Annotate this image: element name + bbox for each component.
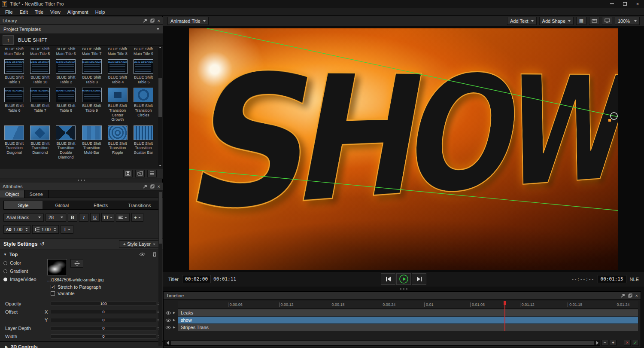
- template-item[interactable]: BLUE Shift Main Title 8: [105, 47, 130, 56]
- playhead[interactable]: [504, 301, 505, 331]
- expand-track-icon[interactable]: ▶: [173, 311, 175, 314]
- delete-layer-icon[interactable]: [152, 252, 157, 257]
- minimize-button[interactable]: [605, 0, 618, 8]
- subtab-effects[interactable]: Effects: [82, 201, 120, 209]
- visibility-eye-icon[interactable]: [165, 326, 171, 330]
- pin-icon[interactable]: [143, 18, 147, 23]
- layer-depth-slider[interactable]: 0: [51, 326, 156, 330]
- duplicate-icon[interactable]: [150, 18, 155, 23]
- zoom-out-button[interactable]: −: [601, 340, 608, 346]
- pin-icon[interactable]: [143, 184, 147, 189]
- duplicate-icon[interactable]: [628, 293, 632, 298]
- scrollbar-thumb[interactable]: [158, 78, 162, 117]
- template-item[interactable]: MAIN HEADINGBLUE Shift Table 6: [2, 88, 27, 122]
- tab-scene[interactable]: Scene: [24, 190, 49, 198]
- save-template-button[interactable]: [123, 170, 133, 177]
- spinner-up-icon[interactable]: [25, 228, 28, 229]
- go-to-start-button[interactable]: [381, 273, 395, 285]
- template-item[interactable]: MAIN HEADINGBLUE Shift Table 9: [79, 88, 104, 122]
- reset-style-icon[interactable]: ↺: [40, 241, 44, 247]
- confirm-button[interactable]: ✓: [632, 340, 639, 346]
- template-item[interactable]: BLUE Shift Transition Ripple: [105, 125, 130, 159]
- cancel-button[interactable]: ×: [624, 340, 631, 346]
- font-family-select[interactable]: Arial Black: [3, 214, 44, 222]
- menu-file[interactable]: File: [2, 9, 16, 15]
- fill-image-thumbnail[interactable]: [47, 259, 67, 275]
- three-d-controls-header[interactable]: ▶ 3D Controls: [0, 341, 163, 348]
- spinner-up-icon[interactable]: [54, 228, 56, 229]
- folder-up-button[interactable]: ↑: [3, 35, 14, 45]
- menu-view[interactable]: View: [47, 9, 64, 15]
- view-options-button[interactable]: [147, 170, 157, 177]
- template-item[interactable]: BLUE Shift Transition Diamond: [27, 125, 52, 159]
- add-shape-button[interactable]: Add Shape: [539, 17, 574, 25]
- add-text-button[interactable]: Add Text: [507, 17, 537, 25]
- current-timecode[interactable]: 00:02;00: [182, 275, 211, 283]
- template-item[interactable]: BLUE Shift Main Title 9: [131, 47, 156, 56]
- zoom-in-button[interactable]: +: [610, 340, 617, 346]
- menu-help[interactable]: Help: [92, 9, 109, 15]
- add-text-attribute-button[interactable]: +: [131, 213, 143, 222]
- close-panel-icon[interactable]: ×: [158, 184, 160, 189]
- template-item[interactable]: MAIN HEADINGBLUE Shift Table 4: [105, 59, 130, 84]
- variable-checkbox-row[interactable]: Variable: [0, 290, 163, 296]
- timeline-ruler[interactable]: 0:00.06 0:00.12 0:00.18 0:00.24 0:01 0:0…: [178, 301, 638, 309]
- menu-alignment[interactable]: Alignment: [64, 9, 92, 15]
- panel-resize-handle[interactable]: [0, 178, 163, 182]
- zoom-select[interactable]: 100%: [615, 17, 640, 25]
- fill-mode-image-video[interactable]: Image/Video: [3, 277, 47, 282]
- attributes-scrollbar[interactable]: [158, 191, 162, 346]
- image-position-button[interactable]: [70, 259, 83, 268]
- preview-canvas[interactable]: SHOW: [189, 28, 618, 270]
- template-item[interactable]: MAIN HEADINGBLUE Shift Table 5: [131, 59, 156, 84]
- template-item[interactable]: MAIN HEADINGBLUE Shift Table 2: [53, 59, 78, 84]
- category-selector[interactable]: Project Templates: [0, 24, 163, 34]
- grid-toggle-button[interactable]: ▦: [576, 17, 586, 25]
- scroll-down-icon[interactable]: [159, 165, 161, 166]
- bold-button[interactable]: B: [68, 213, 77, 222]
- go-to-end-button[interactable]: [412, 273, 426, 285]
- template-item[interactable]: MAIN HEADINGBLUE Shift Table 3: [79, 59, 104, 84]
- italic-button[interactable]: I: [79, 213, 88, 222]
- corner-handle[interactable]: [608, 119, 611, 122]
- subtab-global[interactable]: Global: [43, 201, 81, 209]
- scroll-left-icon[interactable]: [165, 340, 170, 345]
- opacity-slider[interactable]: 100: [51, 302, 156, 306]
- offset-y-slider[interactable]: 0: [51, 318, 156, 322]
- safe-area-button[interactable]: [589, 17, 599, 25]
- template-item[interactable]: BLUE Shift Main Title 6: [53, 47, 78, 56]
- scrollbar-thumb[interactable]: [171, 341, 594, 345]
- template-item[interactable]: MAIN HEADINGBLUE Shift Table 7: [27, 88, 52, 122]
- template-item[interactable]: BLUE Shift Transition Mulit-Bar: [79, 125, 104, 159]
- panel-resize-handle[interactable]: [163, 287, 644, 291]
- timeline-hscrollbar[interactable]: [164, 340, 600, 346]
- template-item[interactable]: MAIN HEADINGBLUE Shift Table 10: [27, 59, 52, 84]
- underline-button[interactable]: U: [90, 213, 100, 222]
- preview-monitor-button[interactable]: [602, 17, 612, 25]
- offset-x-slider[interactable]: 0: [51, 310, 156, 314]
- spinner-down-icon[interactable]: [54, 230, 56, 231]
- play-button[interactable]: [396, 273, 411, 285]
- template-item[interactable]: BLUE Shift Main Title 5: [27, 47, 52, 56]
- font-size-select[interactable]: 28: [46, 214, 66, 222]
- template-item[interactable]: BLUE Shift Transition Diagonal: [2, 125, 27, 159]
- template-item[interactable]: BLUE Shift Transition Circles: [131, 88, 156, 122]
- template-item[interactable]: MAIN HEADINGBLUE Shift Table 8: [53, 88, 78, 122]
- width-slider[interactable]: 0: [51, 334, 156, 339]
- visibility-eye-icon[interactable]: [165, 318, 171, 322]
- fill-mode-gradient[interactable]: Gradient: [3, 269, 47, 274]
- restore-button[interactable]: [618, 0, 631, 8]
- out-timecode[interactable]: 00:01;15: [598, 275, 626, 283]
- template-item[interactable]: BLUE Shift Transition Double Diamond: [53, 125, 78, 159]
- tab-object[interactable]: Object: [0, 190, 24, 198]
- expand-track-icon[interactable]: ▶: [173, 326, 175, 329]
- alignment-button[interactable]: [116, 213, 130, 222]
- close-panel-icon[interactable]: ×: [158, 18, 160, 23]
- duplicate-icon[interactable]: [150, 184, 155, 189]
- menu-edit[interactable]: Edit: [16, 9, 31, 15]
- add-style-layer-button[interactable]: + Style Layer: [119, 240, 159, 248]
- template-item[interactable]: BLUE Shift Transition Center Growth: [105, 88, 130, 122]
- text-options-button[interactable]: T: [61, 225, 73, 234]
- scrollbar-thumb[interactable]: [159, 192, 162, 244]
- scroll-up-icon[interactable]: [159, 47, 161, 48]
